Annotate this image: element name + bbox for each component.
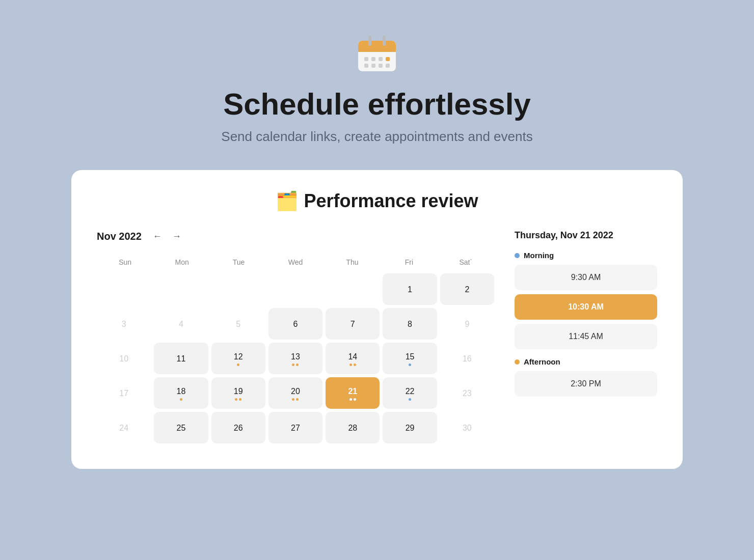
day-number: 5: [236, 320, 240, 329]
event-dot: [239, 398, 241, 401]
day-number: 28: [348, 424, 357, 433]
event-dots: [349, 363, 356, 366]
day-number: 13: [291, 352, 300, 361]
day-cell[interactable]: 3: [97, 308, 151, 340]
day-cell[interactable]: 10: [97, 343, 151, 374]
calendar-navigation: ← →: [150, 230, 184, 243]
hero-icon: [354, 31, 400, 76]
day-number: 4: [179, 320, 183, 329]
day-cell[interactable]: 15: [383, 343, 437, 374]
day-cell[interactable]: 25: [154, 412, 208, 443]
day-number: 10: [119, 354, 128, 363]
day-number: 8: [408, 320, 412, 329]
day-cell[interactable]: 27: [268, 412, 322, 443]
day-cell[interactable]: 18: [154, 377, 208, 409]
day-cell[interactable]: 19: [211, 377, 265, 409]
day-number: 11: [177, 354, 186, 363]
next-month-button[interactable]: →: [169, 230, 184, 243]
time-slot[interactable]: 9:30 AM: [515, 265, 657, 290]
day-header: Mon: [153, 255, 210, 269]
svg-rect-2: [358, 47, 396, 52]
event-dots: [235, 398, 241, 401]
svg-rect-10: [386, 64, 390, 68]
day-cell: [97, 273, 151, 305]
period-dot: [515, 253, 520, 258]
day-number: 7: [351, 320, 355, 329]
day-cell[interactable]: 8: [383, 308, 437, 340]
day-cell: [154, 273, 208, 305]
day-cell[interactable]: 1: [383, 273, 437, 305]
day-number: 29: [406, 424, 415, 433]
day-number: 2: [465, 285, 469, 294]
day-cell[interactable]: 30: [440, 412, 494, 443]
day-number: 30: [463, 424, 472, 433]
svg-rect-6: [386, 57, 390, 61]
event-dot: [296, 398, 299, 401]
event-dot: [237, 363, 239, 366]
event-dots: [180, 398, 182, 401]
day-cell[interactable]: 16: [440, 343, 494, 374]
svg-rect-7: [364, 64, 368, 68]
event-dot: [292, 363, 294, 366]
event-dots: [237, 363, 239, 366]
day-cell[interactable]: 14: [326, 343, 380, 374]
day-cell: [268, 273, 322, 305]
event-dot: [296, 363, 299, 366]
day-cell[interactable]: 6: [268, 308, 322, 340]
day-cell[interactable]: 20: [268, 377, 322, 409]
hero-title: Schedule effortlessly: [223, 87, 531, 122]
calendar-grid: SunMonTueWedThuFriSat` 12345678910111213…: [97, 255, 494, 443]
day-header: Tue: [210, 255, 267, 269]
day-cell[interactable]: 4: [154, 308, 208, 340]
day-header: Wed: [267, 255, 324, 269]
day-number: 20: [291, 387, 300, 396]
hero-subtitle: Send calendar links, create appointments…: [221, 129, 532, 145]
day-header: Fri: [381, 255, 437, 269]
day-cell[interactable]: 28: [326, 412, 380, 443]
time-slot[interactable]: 11:45 AM: [515, 324, 657, 349]
selected-date-label: Thursday, Nov 21 2022: [515, 230, 657, 241]
day-number: 18: [177, 387, 186, 396]
day-number: 19: [234, 387, 243, 396]
day-number: 12: [234, 352, 243, 361]
event-dot: [354, 363, 356, 366]
event-dots: [409, 398, 411, 401]
day-number: 23: [463, 389, 472, 398]
day-cell[interactable]: 23: [440, 377, 494, 409]
day-cell[interactable]: 22: [383, 377, 437, 409]
day-cell[interactable]: 29: [383, 412, 437, 443]
day-number: 27: [291, 424, 300, 433]
day-number: 1: [408, 285, 412, 294]
svg-rect-8: [371, 64, 375, 68]
day-cell[interactable]: 2: [440, 273, 494, 305]
event-dot: [349, 398, 352, 401]
day-header: Sat`: [438, 255, 494, 269]
svg-rect-5: [379, 57, 383, 61]
day-cell[interactable]: 9: [440, 308, 494, 340]
day-cell[interactable]: 17: [97, 377, 151, 409]
time-slot[interactable]: 10:30 AM: [515, 294, 657, 320]
day-cell[interactable]: 24: [97, 412, 151, 443]
day-cell: [326, 273, 380, 305]
day-number: 9: [465, 320, 469, 329]
time-slot[interactable]: 2:30 PM: [515, 371, 657, 397]
days-grid: 1234567891011121314151617181920212223242…: [97, 273, 494, 443]
day-cell[interactable]: 11: [154, 343, 208, 374]
day-headers-row: SunMonTueWedThuFriSat`: [97, 255, 494, 269]
day-cell[interactable]: 7: [326, 308, 380, 340]
day-cell[interactable]: 21: [326, 377, 380, 409]
scheduling-card: 🗂️ Performance review Nov 2022 ← → SunMo…: [71, 170, 683, 469]
day-number: 3: [122, 320, 126, 329]
day-cell[interactable]: 12: [211, 343, 265, 374]
time-section: Thursday, Nov 21 2022 Morning9:30 AM10:3…: [515, 230, 657, 443]
day-cell[interactable]: 5: [211, 308, 265, 340]
day-cell[interactable]: 13: [268, 343, 322, 374]
svg-rect-9: [379, 64, 383, 68]
event-dots: [292, 363, 299, 366]
event-dot: [180, 398, 182, 401]
calendar: Nov 2022 ← → SunMonTueWedThuFriSat` 1234…: [97, 230, 494, 443]
day-number: 21: [348, 387, 357, 396]
prev-month-button[interactable]: ←: [150, 230, 165, 243]
day-number: 6: [293, 320, 298, 329]
day-cell[interactable]: 26: [211, 412, 265, 443]
